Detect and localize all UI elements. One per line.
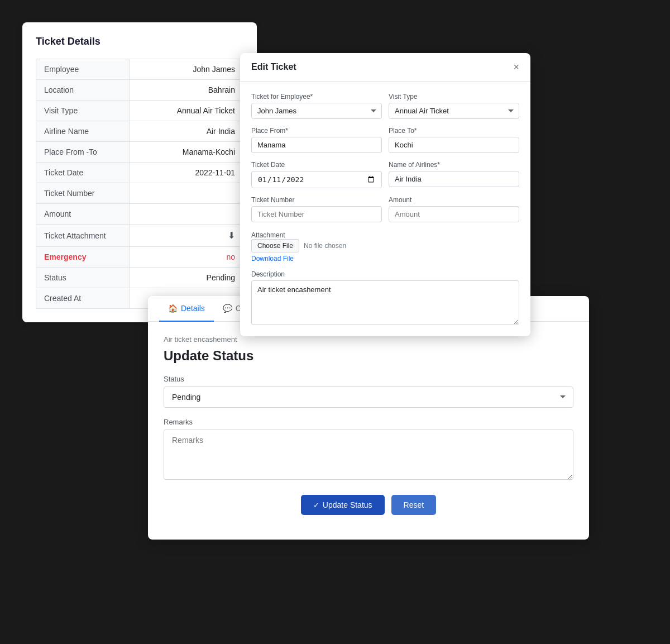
label-place-to: Place To* bbox=[389, 127, 519, 135]
update-status-button[interactable]: ✓ Update Status bbox=[301, 495, 385, 515]
ticket-details-card: Ticket Details Employee John James Locat… bbox=[22, 22, 257, 322]
update-status-label: Update Status bbox=[323, 500, 372, 509]
form-row-4: Ticket Number Amount bbox=[251, 196, 519, 222]
label-status: Status bbox=[36, 268, 130, 288]
status-label: Status bbox=[164, 375, 573, 383]
ticket-for-employee-select[interactable]: John James bbox=[251, 103, 382, 119]
label-description: Description bbox=[251, 270, 519, 278]
form-group-place-from: Place From* bbox=[251, 127, 382, 153]
value-airline-name: Air India bbox=[129, 121, 243, 142]
description-textarea[interactable]: Air ticket encashement bbox=[251, 280, 519, 325]
label-visit-type: Visit Type bbox=[389, 93, 519, 101]
label-employee: Employee bbox=[36, 59, 130, 80]
name-of-airlines-input[interactable] bbox=[389, 171, 519, 187]
amount-input[interactable] bbox=[389, 206, 519, 222]
form-group-visit-type: Visit Type Annual Air Ticket Emergency T… bbox=[389, 93, 519, 119]
form-row-3: Ticket Date Name of Airlines* bbox=[251, 161, 519, 188]
attachment-section: Attachment Choose File No file chosen Do… bbox=[251, 230, 519, 263]
table-row-status: Status Pending bbox=[36, 268, 243, 288]
table-row-amount: Amount bbox=[36, 204, 243, 225]
value-location: Bahrain bbox=[129, 80, 243, 101]
form-group-ticket-number: Ticket Number bbox=[251, 196, 382, 222]
download-file-link[interactable]: Download File bbox=[251, 255, 519, 263]
value-ticket-date: 2022-11-01 bbox=[129, 163, 243, 183]
download-icon[interactable]: ⬇ bbox=[228, 231, 235, 240]
label-created-at: Created At bbox=[36, 288, 130, 309]
choose-file-button[interactable]: Choose File bbox=[251, 239, 299, 252]
form-group-place-to: Place To* bbox=[389, 127, 519, 153]
value-ticket-attachment: ⬇ bbox=[129, 225, 243, 247]
label-place-from-to: Place From -To bbox=[36, 142, 130, 163]
label-location: Location bbox=[36, 80, 130, 101]
value-employee: John James bbox=[129, 59, 243, 80]
label-airline-name: Airline Name bbox=[36, 121, 130, 142]
label-amount-modal: Amount bbox=[389, 196, 519, 204]
no-file-text: No file chosen bbox=[304, 242, 346, 250]
visit-type-select[interactable]: Annual Air Ticket Emergency Ticket bbox=[389, 103, 519, 119]
table-row-ticket-date: Ticket Date 2022-11-01 bbox=[36, 163, 243, 183]
value-amount bbox=[129, 204, 243, 225]
label-amount: Amount bbox=[36, 204, 130, 225]
label-emergency: Emergency bbox=[36, 247, 130, 268]
checkmark-icon: ✓ bbox=[313, 501, 319, 509]
label-ticket-attachment: Ticket Attachment bbox=[36, 225, 130, 247]
table-row-airline-name: Airline Name Air India bbox=[36, 121, 243, 142]
label-name-of-airlines: Name of Airlines* bbox=[389, 161, 519, 169]
value-status: Pending bbox=[129, 268, 243, 288]
table-row-ticket-attachment: Ticket Attachment ⬇ bbox=[36, 225, 243, 247]
details-table: Employee John James Location Bahrain Vis… bbox=[36, 59, 243, 309]
ticket-details-title: Ticket Details bbox=[36, 36, 243, 47]
place-from-input[interactable] bbox=[251, 137, 382, 153]
comments-icon: 💬 bbox=[223, 304, 232, 313]
value-visit-type: Annual Air Ticket bbox=[129, 101, 243, 121]
modal-title: Edit Ticket bbox=[251, 62, 296, 72]
edit-ticket-modal: Edit Ticket × Ticket for Employee* John … bbox=[240, 53, 530, 336]
status-select[interactable]: Pending Approved Rejected bbox=[164, 387, 573, 408]
table-row-emergency: Emergency no bbox=[36, 247, 243, 268]
description-text: Air ticket encashement bbox=[164, 335, 573, 344]
form-row-2: Place From* Place To* bbox=[251, 127, 519, 153]
form-group-description: Description Air ticket encashement bbox=[251, 270, 519, 325]
label-place-from: Place From* bbox=[251, 127, 382, 135]
label-visit-type: Visit Type bbox=[36, 101, 130, 121]
table-row-visit-type: Visit Type Annual Air Ticket bbox=[36, 101, 243, 121]
attachment-row: Choose File No file chosen bbox=[251, 239, 519, 252]
reset-button[interactable]: Reset bbox=[391, 495, 437, 515]
remarks-textarea[interactable] bbox=[164, 430, 573, 480]
form-group-name-of-airlines: Name of Airlines* bbox=[389, 161, 519, 188]
modal-close-button[interactable]: × bbox=[513, 62, 519, 72]
form-row-1: Ticket for Employee* John James Visit Ty… bbox=[251, 93, 519, 119]
form-group-ticket-date: Ticket Date bbox=[251, 161, 382, 188]
home-icon: 🏠 bbox=[168, 304, 178, 313]
modal-header: Edit Ticket × bbox=[240, 53, 530, 82]
label-ticket-number: Ticket Number bbox=[36, 183, 130, 204]
action-buttons: ✓ Update Status Reset bbox=[164, 495, 573, 526]
form-group-employee: Ticket for Employee* John James bbox=[251, 93, 382, 119]
update-status-title: Update Status bbox=[164, 348, 573, 364]
modal-body: Ticket for Employee* John James Visit Ty… bbox=[240, 82, 530, 336]
label-attachment: Attachment bbox=[251, 231, 285, 239]
label-ticket-date: Ticket Date bbox=[36, 163, 130, 183]
value-emergency: no bbox=[129, 247, 243, 268]
remarks-label: Remarks bbox=[164, 418, 573, 426]
table-row-place-from-to: Place From -To Manama-Kochi bbox=[36, 142, 243, 163]
ticket-date-input[interactable] bbox=[251, 171, 382, 188]
panel-body: Air ticket encashement Update Status Sta… bbox=[148, 322, 589, 540]
place-to-input[interactable] bbox=[389, 137, 519, 153]
ticket-number-input[interactable] bbox=[251, 206, 382, 222]
tab-details-label: Details bbox=[181, 304, 205, 313]
table-row-ticket-number: Ticket Number bbox=[36, 183, 243, 204]
form-group-amount: Amount bbox=[389, 196, 519, 222]
label-ticket-for-employee: Ticket for Employee* bbox=[251, 93, 382, 101]
label-ticket-number-modal: Ticket Number bbox=[251, 196, 382, 204]
value-ticket-number bbox=[129, 183, 243, 204]
table-row-employee: Employee John James bbox=[36, 59, 243, 80]
value-place-from-to: Manama-Kochi bbox=[129, 142, 243, 163]
table-row-location: Location Bahrain bbox=[36, 80, 243, 101]
label-ticket-date-modal: Ticket Date bbox=[251, 161, 382, 169]
tab-details[interactable]: 🏠 Details bbox=[159, 296, 214, 322]
